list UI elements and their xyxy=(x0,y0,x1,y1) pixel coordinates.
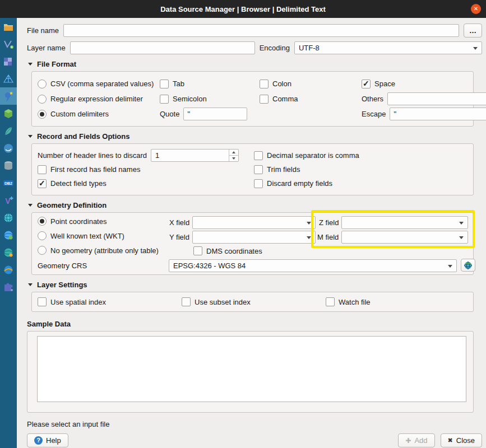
radio-custom-delimiters[interactable]: Custom delimiters xyxy=(38,110,160,119)
sidebar-item-wms-wmts[interactable] xyxy=(0,209,17,226)
quote-label: Quote xyxy=(160,110,179,118)
layer-settings-group-header[interactable]: Layer Settings xyxy=(28,281,482,289)
sidebar-item-geopackage[interactable] xyxy=(0,105,17,122)
m-field-select[interactable] xyxy=(341,231,468,244)
browser-folder-icon xyxy=(3,21,14,32)
radio-no-geometry[interactable]: No geometry (attribute only table) xyxy=(38,246,159,255)
chevron-down-icon xyxy=(307,222,311,225)
geopackage-icon xyxy=(3,108,14,119)
sidebar-item-browser[interactable] xyxy=(0,18,17,35)
sidebar-item-mssql[interactable] xyxy=(0,157,17,174)
checkbox-discard-empty[interactable]: Discard empty fields xyxy=(254,179,468,188)
m-field-label: M field xyxy=(317,233,339,241)
wms-globe-icon xyxy=(3,212,14,223)
sidebar-item-raster[interactable] xyxy=(0,53,17,70)
sidebar-item-postgis[interactable] xyxy=(0,139,17,157)
sidebar-item-vector[interactable] xyxy=(0,35,17,53)
sample-data-area[interactable] xyxy=(37,336,466,402)
radio-csv[interactable]: CSV (comma separated values) xyxy=(38,80,160,88)
checkbox-icon xyxy=(254,151,263,160)
header-lines-label: Number of header lines to discard xyxy=(38,151,147,160)
sidebar-item-wfs[interactable] xyxy=(0,226,17,244)
arcgis-rest-icon xyxy=(3,264,14,276)
checkbox-dms-coordinates[interactable]: DMS coordinates xyxy=(193,246,262,255)
z-field-select[interactable] xyxy=(341,216,468,229)
radio-point-coordinates[interactable]: Point coordinates xyxy=(38,217,107,226)
db2-icon: DB2 xyxy=(3,178,14,189)
radio-icon xyxy=(38,95,47,104)
checkbox-colon[interactable]: Colon xyxy=(260,80,362,88)
geometry-group-header[interactable]: Geometry Definition xyxy=(28,201,482,209)
layer-name-row: Layer name Encoding UTF-8 xyxy=(27,41,482,54)
sidebar-item-vector-tile[interactable] xyxy=(0,278,17,296)
checkbox-tab[interactable]: Tab xyxy=(160,80,260,88)
radio-regular-expression[interactable]: Regular expression delimiter xyxy=(38,95,160,104)
sidebar-item-delimited-text[interactable] xyxy=(0,87,17,105)
vector-tile-icon xyxy=(3,282,14,293)
spinner-down-icon[interactable] xyxy=(229,156,238,161)
virtual-layer-icon: V xyxy=(3,195,14,206)
file-format-group-header[interactable]: File Format xyxy=(28,60,482,68)
geometry-crs-label: Geometry CRS xyxy=(38,262,87,270)
add-button[interactable]: ✚ Add xyxy=(398,433,434,447)
checkbox-spatial-index[interactable]: Use spatial index xyxy=(38,297,182,306)
checkbox-discard-empty-label: Discard empty fields xyxy=(267,179,332,188)
crs-picker-button[interactable] xyxy=(461,259,475,272)
browse-file-button[interactable]: … xyxy=(464,24,482,38)
checkbox-first-record[interactable]: First record has field names xyxy=(38,165,254,174)
record-options-group-title: Record and Fields Options xyxy=(37,132,129,141)
checkbox-detect-types[interactable]: Detect field types xyxy=(38,179,254,188)
escape-input[interactable] xyxy=(390,108,486,120)
layer-name-label: Layer name xyxy=(27,44,66,52)
checkbox-watch-file[interactable]: Watch file xyxy=(326,297,468,306)
vector-layer-icon xyxy=(3,39,14,50)
radio-wkt[interactable]: Well known text (WKT) xyxy=(38,231,124,240)
collapse-arrow-icon xyxy=(28,135,33,138)
checkbox-trim-fields-label: Trim fields xyxy=(267,165,300,174)
checkbox-trim-fields[interactable]: Trim fields xyxy=(254,165,468,174)
window-close-button[interactable]: ✕ xyxy=(471,4,481,14)
record-options-group-header[interactable]: Record and Fields Options xyxy=(28,132,482,141)
encoding-select[interactable]: UTF-8 xyxy=(294,41,482,54)
crs-globe-icon xyxy=(464,261,473,270)
sidebar-item-arcgis-rest[interactable] xyxy=(0,261,17,278)
spinner-up-icon[interactable] xyxy=(229,150,238,156)
postgis-icon xyxy=(3,143,14,154)
y-field-label: Y field xyxy=(169,233,189,241)
titlebar[interactable]: Data Source Manager | Browser | Delimite… xyxy=(0,0,486,18)
file-name-label: File name xyxy=(27,26,59,35)
mssql-database-icon xyxy=(3,160,14,171)
geometry-group: Point coordinates Well known text (WKT) … xyxy=(31,212,474,275)
dialog-content: File name … Layer name Encoding UTF-8 Fi… xyxy=(17,18,486,448)
checkbox-space[interactable]: Space xyxy=(362,80,486,88)
sidebar-item-mesh[interactable] xyxy=(0,70,17,87)
sidebar-item-wcs[interactable] xyxy=(0,244,17,261)
file-name-input[interactable] xyxy=(63,24,459,37)
others-field-row: Others xyxy=(362,92,486,105)
geometry-crs-value: EPSG:4326 - WGS 84 xyxy=(173,262,246,270)
y-field-select[interactable] xyxy=(192,231,316,244)
header-lines-spinner[interactable]: 1 xyxy=(151,149,239,162)
close-button[interactable]: ✖ Close xyxy=(441,433,482,447)
checkbox-semicolon-label: Semicolon xyxy=(173,95,207,103)
checkbox-comma[interactable]: Comma xyxy=(260,95,362,104)
others-input[interactable] xyxy=(387,92,486,105)
x-field-label: X field xyxy=(169,218,189,227)
sidebar-item-spatialite[interactable] xyxy=(0,122,17,139)
quote-input[interactable] xyxy=(183,108,247,120)
help-button[interactable]: ? Help xyxy=(27,433,68,447)
checkbox-subset-index[interactable]: Use subset index xyxy=(182,297,326,306)
radio-selected-icon xyxy=(38,110,47,119)
layer-name-input[interactable] xyxy=(70,41,255,54)
checkbox-decimal-comma[interactable]: Decimal separator is comma xyxy=(254,151,468,160)
x-field-select[interactable] xyxy=(192,216,316,229)
geometry-crs-select[interactable]: EPSG:4326 - WGS 84 xyxy=(169,259,457,272)
sample-data-group xyxy=(27,331,474,413)
sidebar-item-virtual-layer[interactable]: V xyxy=(0,192,17,209)
header-lines-value: 1 xyxy=(155,151,159,160)
radio-icon xyxy=(38,80,47,88)
collapse-arrow-icon xyxy=(28,283,33,286)
file-name-row: File name … xyxy=(27,24,482,38)
sidebar-item-db2[interactable]: DB2 xyxy=(0,174,17,192)
checkbox-semicolon[interactable]: Semicolon xyxy=(160,95,260,104)
